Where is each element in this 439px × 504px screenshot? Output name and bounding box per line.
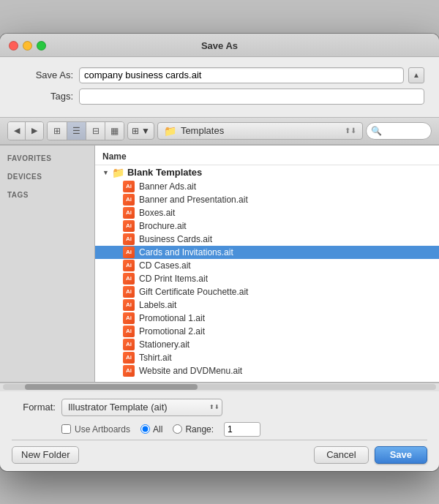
file-icon-3: Ai: [123, 220, 135, 232]
file-row-5[interactable]: Ai Cards and Invitations.ait: [95, 246, 439, 259]
save-as-row: Save As: ▲: [15, 67, 424, 83]
use-artboards-text: Use Artboards: [75, 424, 130, 435]
title-bar: Save As: [0, 34, 439, 57]
cover-flow-button[interactable]: ▦: [105, 122, 124, 140]
arrange-chevron: ▼: [141, 126, 150, 136]
expand-button[interactable]: ▲: [408, 67, 424, 83]
file-row-9[interactable]: Ai Labels.ait: [95, 298, 439, 312]
file-name-8: Gift Certificate Pouchette.ait: [139, 287, 248, 297]
tags-label: Tags:: [15, 91, 73, 102]
content-area: FAVORITES DEVICES TAGS Name ▼ 📁 Blank Te…: [0, 145, 439, 383]
use-artboards-label[interactable]: Use Artboards: [61, 424, 130, 435]
view-buttons: ⊞ ☰ ⊟ ▦: [47, 121, 124, 140]
format-row: Format: Illustrator Template (ait) Adobe…: [12, 399, 427, 416]
buttons-row: New Folder Cancel Save: [12, 442, 427, 464]
file-icon-4: Ai: [123, 233, 135, 245]
file-icon-7: Ai: [123, 273, 135, 285]
minimize-button[interactable]: [23, 41, 32, 50]
sidebar-section-devices: DEVICES: [0, 171, 94, 182]
file-row-6[interactable]: Ai CD Cases.ait: [95, 259, 439, 272]
file-row-7[interactable]: Ai CD Print Items.ait: [95, 272, 439, 285]
file-icon-11: Ai: [123, 326, 135, 337]
back-button[interactable]: ◀: [8, 122, 26, 140]
sidebar: FAVORITES DEVICES TAGS: [0, 146, 95, 382]
scrollbar-track[interactable]: [3, 384, 436, 390]
all-radio-wrapper[interactable]: All: [140, 424, 162, 435]
file-row-10[interactable]: Ai Promotional 1.ait: [95, 312, 439, 325]
file-row-13[interactable]: Ai Tshirt.ait: [95, 351, 439, 364]
all-radio[interactable]: [140, 424, 150, 434]
file-icon-9: Ai: [123, 299, 135, 311]
folder-name: Blank Templates: [127, 167, 202, 178]
new-folder-button[interactable]: New Folder: [12, 446, 79, 464]
file-icon-0: Ai: [123, 181, 135, 192]
blank-templates-folder[interactable]: ▼ 📁 Blank Templates: [95, 165, 439, 180]
arrange-button[interactable]: ⊞ ▼: [127, 122, 154, 140]
all-radio-label: All: [153, 424, 162, 435]
column-view-button[interactable]: ⊟: [86, 122, 105, 140]
file-icon-14: Ai: [123, 365, 135, 377]
folder-icon: 📁: [164, 125, 176, 137]
file-row-3[interactable]: Ai Brochure.ait: [95, 219, 439, 233]
file-icon-5: Ai: [123, 247, 135, 258]
file-row-2[interactable]: Ai Boxes.ait: [95, 206, 439, 219]
sidebar-heading-tags: TAGS: [0, 189, 94, 200]
sidebar-heading-devices: DEVICES: [0, 171, 94, 182]
divider: [12, 440, 427, 440]
sidebar-section-favorites: FAVORITES: [0, 153, 94, 164]
scrollbar-area: [0, 383, 439, 391]
file-name-5: Cards and Invitations.ait: [139, 247, 233, 257]
file-icon-12: Ai: [123, 339, 135, 350]
file-name-11: Promotional 2.ait: [139, 326, 205, 336]
sidebar-section-tags: TAGS: [0, 189, 94, 200]
file-icon-1: Ai: [123, 194, 135, 206]
file-row-1[interactable]: Ai Banner and Presentation.ait: [95, 193, 439, 206]
file-row-11[interactable]: Ai Promotional 2.ait: [95, 325, 439, 338]
file-icon-8: Ai: [123, 286, 135, 298]
file-list[interactable]: Name ▼ 📁 Blank Templates Ai Banner Ads.a…: [95, 146, 439, 382]
file-name-7: CD Print Items.ait: [139, 274, 208, 284]
file-name-1: Banner and Presentation.ait: [139, 195, 248, 205]
artboards-row: Use Artboards All Range:: [12, 422, 427, 437]
close-button[interactable]: [9, 41, 18, 50]
location-selector[interactable]: 📁 Templates ⬆⬇: [157, 122, 363, 140]
file-row-4[interactable]: Ai Business Cards.ait: [95, 233, 439, 246]
range-radio-wrapper[interactable]: Range:: [173, 424, 214, 435]
format-select[interactable]: Illustrator Template (ait) Adobe Illustr…: [61, 399, 222, 416]
list-view-button[interactable]: ☰: [67, 122, 86, 140]
tags-row: Tags:: [15, 89, 424, 105]
search-wrapper: 🔍: [366, 122, 432, 140]
file-row-0[interactable]: Ai Banner Ads.ait: [95, 180, 439, 193]
use-artboards-checkbox[interactable]: [61, 424, 71, 434]
icon-view-button[interactable]: ⊞: [48, 122, 67, 140]
file-name-10: Promotional 1.ait: [139, 313, 205, 323]
location-text: Templates: [181, 125, 340, 136]
file-name-14: Website and DVDMenu.ait: [139, 366, 242, 376]
traffic-lights: [9, 41, 46, 50]
arrange-icon: ⊞: [132, 126, 139, 136]
save-as-input[interactable]: [79, 67, 404, 83]
search-input[interactable]: [366, 122, 432, 140]
file-row-12[interactable]: Ai Stationery.ait: [95, 338, 439, 351]
file-name-13: Tshirt.ait: [139, 353, 172, 363]
file-icon-13: Ai: [123, 352, 135, 364]
range-value-input[interactable]: [224, 422, 260, 437]
toolbar: ◀ ▶ ⊞ ☰ ⊟ ▦ ⊞ ▼ 📁 Templates ⬆⬇ 🔍: [0, 117, 439, 145]
form-area: Save As: ▲ Tags:: [0, 57, 439, 117]
file-name-0: Banner Ads.ait: [139, 181, 196, 192]
tags-input[interactable]: [79, 89, 424, 105]
maximize-button[interactable]: [37, 41, 46, 50]
forward-button[interactable]: ▶: [26, 122, 43, 140]
dialog-title: Save As: [201, 40, 238, 51]
save-button[interactable]: Save: [375, 446, 427, 464]
file-row-14[interactable]: Ai Website and DVDMenu.ait: [95, 364, 439, 377]
scrollbar-thumb[interactable]: [25, 384, 198, 390]
cancel-button[interactable]: Cancel: [314, 446, 368, 464]
range-radio[interactable]: [173, 424, 182, 434]
file-row-8[interactable]: Ai Gift Certificate Pouchette.ait: [95, 285, 439, 298]
sidebar-heading-favorites: FAVORITES: [0, 153, 94, 164]
file-name-6: CD Cases.ait: [139, 260, 191, 271]
file-name-4: Business Cards.ait: [139, 234, 212, 244]
file-name-9: Labels.ait: [139, 300, 176, 310]
file-name-3: Brochure.ait: [139, 221, 187, 231]
